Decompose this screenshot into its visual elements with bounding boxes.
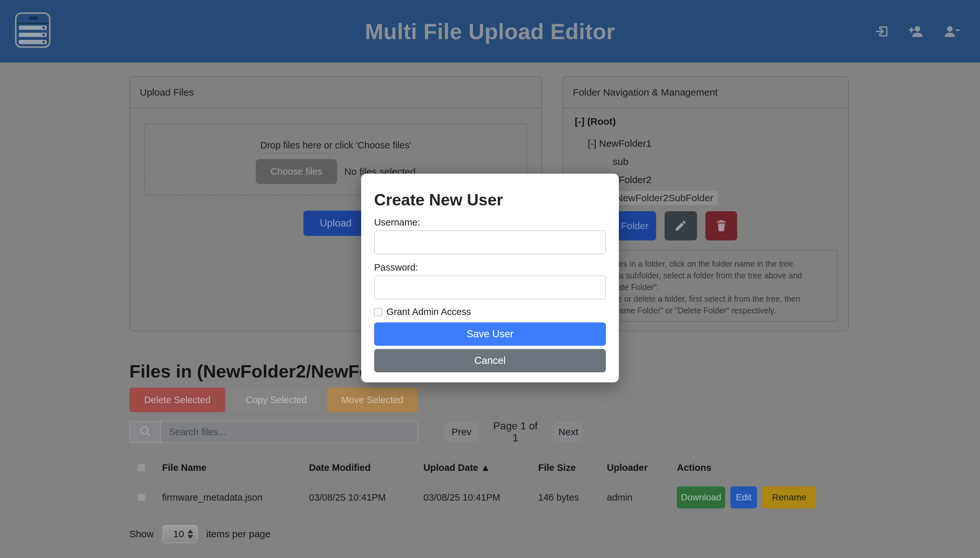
upload-button[interactable]: Upload [303, 211, 368, 236]
tree-item-newfolder2[interactable]: [-] NewFolder2 [588, 171, 848, 189]
copy-selected-button[interactable]: Copy Selected [232, 387, 321, 412]
move-selected-button[interactable]: Move Selected [327, 387, 418, 412]
files-table: File Name Date Modified Upload Date ▲ Fi… [129, 457, 818, 512]
prev-page-button[interactable]: Prev [444, 422, 478, 442]
cell-file-name: firmware_metadata.json [162, 492, 309, 503]
search-pagination-row: Prev Page 1 of 1 Next [129, 420, 582, 444]
select-all-checkbox[interactable] [137, 463, 146, 472]
row-checkbox[interactable] [137, 493, 146, 502]
search-input-group [129, 421, 418, 443]
rename-button[interactable]: Rename [762, 486, 816, 509]
edit-button[interactable]: Edit [730, 486, 757, 509]
stepper-arrows-icon[interactable] [187, 530, 193, 539]
tree-item-newfolder1[interactable]: [-] NewFolder1 [588, 135, 848, 153]
bulk-actions-row: Delete Selected Copy Selected Move Selec… [129, 387, 418, 412]
show-label: Show [129, 528, 154, 540]
choose-files-button[interactable]: Choose files [256, 159, 337, 184]
items-per-page-value: 10 [170, 528, 187, 540]
search-input[interactable] [161, 422, 418, 442]
items-per-page-stepper[interactable]: 10 [163, 525, 198, 543]
password-label: Password: [374, 262, 606, 273]
col-file-size: File Size [538, 463, 607, 473]
cell-file-size: 146 bytes [538, 492, 607, 503]
remove-user-icon[interactable] [943, 24, 960, 39]
col-date-modified: Date Modified [309, 463, 423, 473]
username-label: Username: [374, 217, 606, 228]
tree-item-sub[interactable]: sub [613, 153, 848, 171]
rename-folder-button[interactable] [664, 211, 697, 240]
files-table-header: File Name Date Modified Upload Date ▲ Fi… [129, 457, 818, 478]
cell-uploader: admin [607, 492, 677, 503]
delete-selected-button[interactable]: Delete Selected [129, 387, 225, 412]
username-field[interactable] [374, 230, 606, 254]
cancel-button[interactable]: Cancel [374, 349, 606, 373]
page-info: Page 1 of 1 [490, 420, 541, 444]
tree-item-root[interactable]: [-] (Root) [575, 112, 848, 131]
logout-icon[interactable] [874, 24, 890, 39]
add-user-icon[interactable] [908, 24, 926, 39]
modal-title: Create New User [374, 190, 606, 209]
magnifier-icon [138, 425, 152, 440]
delete-folder-button[interactable] [705, 211, 737, 240]
search-addon [130, 422, 161, 442]
download-button[interactable]: Download [677, 486, 725, 509]
trash-icon [714, 218, 728, 234]
cell-date-modified: 03/08/25 10:41PM [309, 492, 423, 503]
col-uploader: Uploader [607, 463, 677, 473]
items-per-page-row: Show 10 items per page [129, 525, 271, 543]
dropzone-text: Drop files here or click 'Choose files' [260, 140, 411, 151]
grant-admin-label: Grant Admin Access [386, 307, 471, 317]
tree-item-newfolder2subfolder-selected[interactable]: NewFolder2SubFolder [612, 189, 848, 207]
cell-upload-date: 03/08/25 10:41PM [423, 492, 538, 503]
pencil-icon [674, 219, 687, 233]
next-page-button[interactable]: Next [554, 422, 582, 442]
grant-admin-checkbox[interactable] [374, 308, 383, 316]
create-new-user-modal: Create New User Username: Password: Gran… [361, 174, 619, 382]
col-actions: Actions [677, 463, 818, 473]
save-user-button[interactable]: Save User [374, 322, 606, 346]
password-field[interactable] [374, 276, 606, 299]
items-per-page-label: items per page [206, 528, 270, 540]
table-row: firmware_metadata.json 03/08/25 10:41PM … [129, 483, 818, 512]
col-upload-date-sorted[interactable]: Upload Date ▲ [423, 463, 538, 473]
upload-panel-title: Upload Files [130, 77, 541, 108]
header-icon-group [874, 0, 960, 62]
folder-panel-title: Folder Navigation & Management [563, 77, 848, 108]
col-file-name: File Name [162, 463, 309, 473]
page-title: Multi File Upload Editor [0, 0, 980, 62]
app-header: Multi File Upload Editor [0, 0, 980, 62]
